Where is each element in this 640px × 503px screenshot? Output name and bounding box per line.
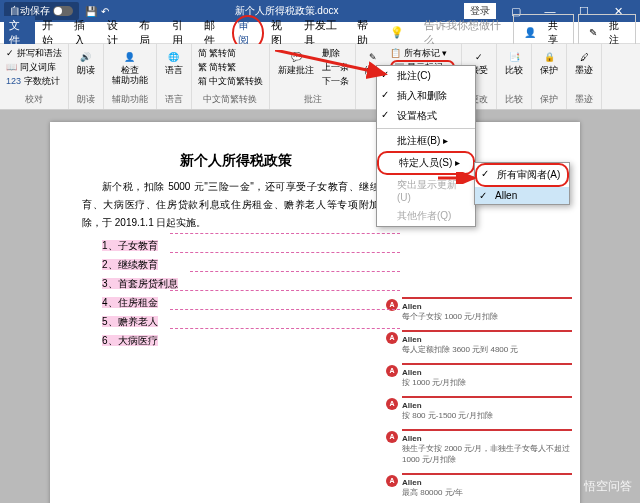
comment-item[interactable]: AAllen按 1000 元/月扣除 xyxy=(402,363,572,394)
spelling-button[interactable]: ✓ 拼写和语法 xyxy=(6,47,62,60)
comment-item[interactable]: AAllen独生子女按 2000 元/月，非独生子女每人不超过1000 元/月扣… xyxy=(402,429,572,471)
comment-marker-icon: A xyxy=(386,332,398,344)
comment-item[interactable]: AAllen按 800 元-1500 元/月扣除 xyxy=(402,396,572,427)
show-markup-menu: 批注(C) 插入和删除 设置格式 批注框(B) ▸ 特定人员(S) ▸ 突出显示… xyxy=(376,65,476,227)
compare-button[interactable]: 📑比较 xyxy=(503,47,525,78)
comment-icon: ✎ xyxy=(584,25,602,40)
accessibility-icon: 👤 xyxy=(122,49,138,65)
next-comment-button[interactable]: 下一条 xyxy=(322,75,349,88)
watermark: ◉悟空问答 xyxy=(564,478,632,495)
convert-button[interactable]: 箱 中文简繁转换 xyxy=(198,75,264,88)
protect-button[interactable]: 🔒保护 xyxy=(538,47,560,78)
comment-marker-icon: A xyxy=(386,365,398,377)
thesaurus-button[interactable]: 📖 同义词库 xyxy=(6,61,62,74)
comment-marker-icon: A xyxy=(386,398,398,410)
comment-item[interactable]: AAllen每人定额扣除 3600 元到 4800 元 xyxy=(402,330,572,361)
group-protect: 🔒保护 保护 xyxy=(532,44,567,109)
speaker-icon: 🔊 xyxy=(78,49,94,65)
connector-line xyxy=(190,271,400,272)
doc-title: 新个人所得税政策 xyxy=(82,152,390,170)
simplified-button[interactable]: 简 繁转简 xyxy=(198,47,264,60)
group-comments: 💬新建批注 删除 上一条 下一条 批注 xyxy=(270,44,356,109)
new-comment-button[interactable]: 💬新建批注 xyxy=(276,47,316,78)
read-aloud-button[interactable]: 🔊朗读 xyxy=(75,47,97,78)
logo-icon: ◉ xyxy=(564,479,580,495)
compare-icon: 📑 xyxy=(506,49,522,65)
pencil-icon: ✎ xyxy=(365,49,381,65)
group-read: 🔊朗读 朗读 xyxy=(69,44,104,109)
share-icon: 👤 xyxy=(519,25,541,40)
menu-highlight[interactable]: 突出显示更新(U) xyxy=(377,175,475,206)
connector-line xyxy=(170,328,400,329)
markup-mode-dropdown[interactable]: 📋 所有标记 ▾ xyxy=(390,47,455,60)
menu-all-reviewers[interactable]: 所有审阅者(A) xyxy=(475,163,569,187)
globe-icon: 🌐 xyxy=(166,49,182,65)
menu-formatting[interactable]: 设置格式 xyxy=(377,106,475,126)
ink-button[interactable]: 🖊墨迹 xyxy=(573,47,595,78)
accessibility-button[interactable]: 👤检查 辅助功能 xyxy=(110,47,150,88)
prev-comment-button[interactable]: 上一条 xyxy=(322,61,349,74)
group-language: 🌐语言 语言 xyxy=(157,44,192,109)
reviewers-submenu: 所有审阅者(A) Allen xyxy=(474,162,570,205)
lock-icon: 🔒 xyxy=(541,49,557,65)
menu-insertions[interactable]: 插入和删除 xyxy=(377,86,475,106)
connector-line xyxy=(170,252,400,253)
comments-pane: AAllen每个子女按 1000 元/月扣除 AAllen每人定额扣除 3600… xyxy=(402,297,572,503)
group-compare: 📑比较 比较 xyxy=(497,44,532,109)
menu-reviewer-allen[interactable]: Allen xyxy=(475,187,569,204)
check-icon: ✓ xyxy=(471,49,487,65)
menu-balloons[interactable]: 批注框(B) ▸ xyxy=(377,131,475,151)
traditional-button[interactable]: 繁 简转繁 xyxy=(198,61,264,74)
group-ink: 🖊墨迹 墨迹 xyxy=(567,44,602,109)
list-item: 6、大病医疗 xyxy=(102,331,390,350)
toggle-icon xyxy=(53,6,73,16)
comment-item[interactable]: AAllen每个子女按 1000 元/月扣除 xyxy=(402,297,572,328)
language-button[interactable]: 🌐语言 xyxy=(163,47,185,78)
connector-line xyxy=(170,233,400,234)
lightbulb-icon: 💡 xyxy=(385,24,409,41)
menu-specific-people[interactable]: 特定人员(S) ▸ xyxy=(377,151,475,175)
menu-other-authors[interactable]: 其他作者(Q) xyxy=(377,206,475,226)
group-proofing: ✓ 拼写和语法 📖 同义词库 123 字数统计 校对 xyxy=(0,44,69,109)
connector-line xyxy=(170,309,400,310)
new-comment-icon: 💬 xyxy=(288,49,304,65)
group-accessibility: 👤检查 辅助功能 辅助功能 xyxy=(104,44,157,109)
ribbon: ✓ 拼写和语法 📖 同义词库 123 字数统计 校对 🔊朗读 朗读 👤检查 辅助… xyxy=(0,44,640,110)
delete-comment-button[interactable]: 删除 xyxy=(322,47,349,60)
comment-item[interactable]: AAllen最高 80000 元/年 xyxy=(402,473,572,503)
separator xyxy=(377,128,475,129)
menu-comments[interactable]: 批注(C) xyxy=(377,66,475,86)
menu-bar: 文件 开始 插入 设计 布局 引用 邮件 审阅 视图 开发工具 帮助 💡 告诉我… xyxy=(0,22,640,44)
ink-icon: 🖊 xyxy=(576,49,592,65)
wordcount-button[interactable]: 123 字数统计 xyxy=(6,75,62,88)
group-chinese: 简 繁转简 繁 简转繁 箱 中文简繁转换 中文简繁转换 xyxy=(192,44,271,109)
comment-marker-icon: A xyxy=(386,475,398,487)
connector-line xyxy=(170,290,400,291)
paragraph: 新个税，扣除 5000 元"三险一金"，还可享受子女教育、继续教育、大病医疗、住… xyxy=(82,178,390,232)
comment-marker-icon: A xyxy=(386,431,398,443)
